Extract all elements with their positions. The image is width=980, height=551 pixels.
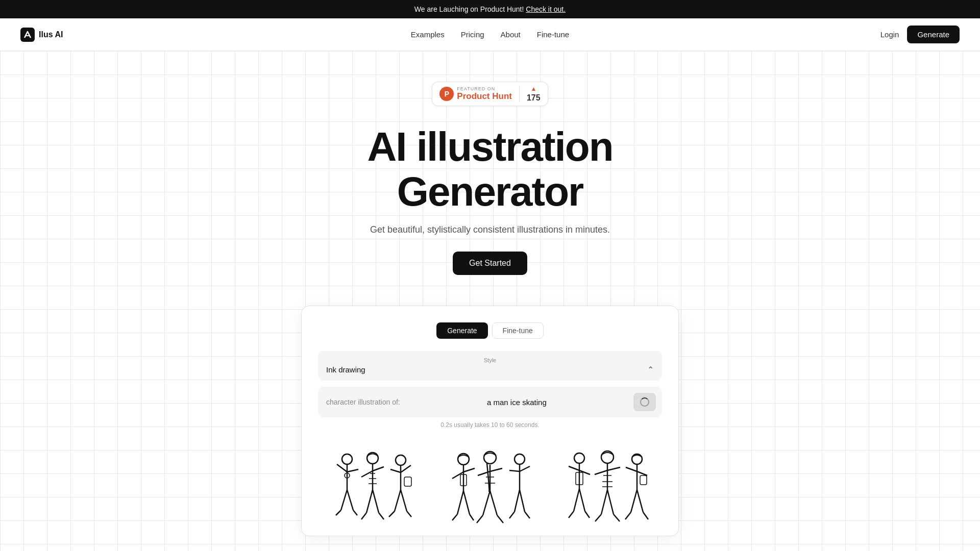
tab-finetune[interactable]: Fine-tune [492, 322, 544, 339]
illus-group-1 [318, 444, 427, 536]
hero-title: AI illustration Generator [367, 124, 612, 214]
nav-pricing[interactable]: Pricing [461, 30, 484, 39]
svg-line-37 [470, 514, 474, 520]
navbar: Ilus AI Examples Pricing About Fine-tune… [0, 18, 980, 51]
svg-point-1 [342, 454, 352, 464]
nav-actions: Login Generate [880, 26, 960, 43]
svg-line-82 [637, 490, 643, 512]
svg-line-8 [353, 510, 357, 515]
svg-line-6 [347, 490, 353, 510]
main-content: P FEATURED ON Product Hunt ▲ 175 AI illu… [0, 51, 980, 551]
nav-finetune[interactable]: Fine-tune [537, 30, 569, 39]
generate-small-button[interactable] [633, 393, 656, 411]
prompt-text: a man ice skating [406, 398, 627, 407]
time-note: 0.2s usually takes 10 to 60 seconds. [318, 421, 662, 429]
svg-line-72 [595, 514, 601, 521]
svg-line-62 [579, 489, 585, 511]
login-button[interactable]: Login [880, 30, 899, 39]
svg-line-68 [595, 470, 607, 474]
ph-vote-count: 175 [527, 93, 541, 103]
svg-line-35 [463, 491, 470, 514]
hero-section: P FEATURED ON Product Hunt ▲ 175 AI illu… [0, 82, 980, 536]
svg-line-24 [401, 465, 411, 472]
ph-divider [519, 86, 520, 102]
illus-group-2 [435, 444, 545, 536]
svg-line-42 [490, 468, 502, 471]
svg-line-32 [452, 472, 463, 479]
svg-line-15 [373, 490, 379, 513]
svg-line-52 [520, 466, 530, 471]
get-started-button[interactable]: Get Started [453, 252, 527, 275]
logo[interactable]: Ilus AI [20, 28, 63, 42]
svg-line-59 [569, 466, 579, 470]
svg-line-16 [361, 513, 366, 519]
svg-line-46 [497, 515, 503, 523]
illustration-3 [561, 444, 653, 536]
svg-line-61 [574, 489, 579, 511]
product-hunt-badge[interactable]: P FEATURED ON Product Hunt ▲ 175 [432, 82, 548, 106]
ph-arrow-icon: ▲ [530, 85, 536, 92]
svg-line-12 [361, 471, 373, 477]
ph-circle-icon: P [439, 87, 454, 101]
ph-name: Product Hunt [457, 92, 512, 102]
style-value-text: Ink drawing [326, 365, 365, 374]
svg-line-14 [366, 490, 373, 513]
svg-line-55 [509, 512, 514, 518]
svg-line-53 [514, 490, 520, 512]
nav-about[interactable]: About [501, 30, 521, 39]
svg-line-25 [395, 490, 401, 511]
svg-point-49 [514, 454, 525, 464]
tab-generate[interactable]: Generate [436, 322, 487, 339]
logo-icon [20, 28, 35, 42]
hero-title-line2: Generator [397, 169, 583, 214]
nav-examples[interactable]: Examples [411, 30, 445, 39]
svg-rect-85 [640, 475, 647, 485]
svg-line-17 [379, 513, 384, 519]
top-banner: We are Lauching on Product Hunt! Check i… [0, 0, 980, 18]
hero-subtitle: Get beautiful, stylistically consistent … [370, 224, 610, 235]
banner-text: We are Lauching on Product Hunt! [414, 5, 524, 13]
chevron-icon: ⌃ [647, 365, 654, 374]
svg-line-7 [336, 510, 341, 515]
style-selector[interactable]: Style Ink drawing ⌃ [318, 351, 662, 381]
generate-button[interactable]: Generate [907, 26, 960, 43]
illustration-2 [444, 444, 536, 536]
svg-line-73 [614, 514, 620, 521]
svg-line-54 [520, 490, 525, 512]
svg-rect-29 [404, 477, 411, 486]
svg-line-36 [452, 514, 457, 520]
svg-line-44 [490, 491, 497, 515]
svg-line-71 [607, 490, 614, 514]
svg-line-79 [626, 467, 637, 471]
svg-line-5 [341, 490, 347, 510]
illus-group-3 [553, 444, 662, 536]
svg-rect-0 [20, 28, 35, 42]
hero-title-line1: AI illustration [367, 124, 612, 169]
svg-line-64 [585, 511, 590, 518]
svg-line-4 [347, 469, 358, 472]
svg-line-23 [390, 469, 401, 472]
svg-line-80 [637, 471, 647, 475]
svg-line-45 [477, 515, 483, 523]
svg-line-43 [483, 491, 490, 515]
svg-line-26 [401, 490, 407, 511]
svg-line-63 [569, 511, 574, 518]
app-demo: Generate Fine-tune Style Ink drawing ⌃ c… [301, 306, 679, 536]
svg-point-57 [574, 453, 584, 463]
svg-line-34 [457, 491, 463, 514]
svg-line-81 [631, 490, 637, 512]
ph-label: FEATURED ON Product Hunt [457, 87, 512, 102]
banner-link[interactable]: Check it out. [526, 5, 566, 13]
svg-line-56 [525, 512, 530, 518]
svg-line-3 [337, 464, 347, 472]
svg-line-83 [625, 512, 631, 519]
svg-line-51 [509, 470, 520, 471]
ph-logo: P FEATURED ON Product Hunt [439, 87, 512, 102]
ph-votes: ▲ 175 [527, 85, 541, 103]
svg-point-21 [396, 455, 406, 465]
style-value-row: Ink drawing ⌃ [326, 365, 654, 374]
svg-line-69 [607, 467, 620, 470]
spinner-icon [640, 397, 649, 407]
svg-line-28 [407, 511, 411, 517]
svg-line-84 [643, 512, 648, 519]
